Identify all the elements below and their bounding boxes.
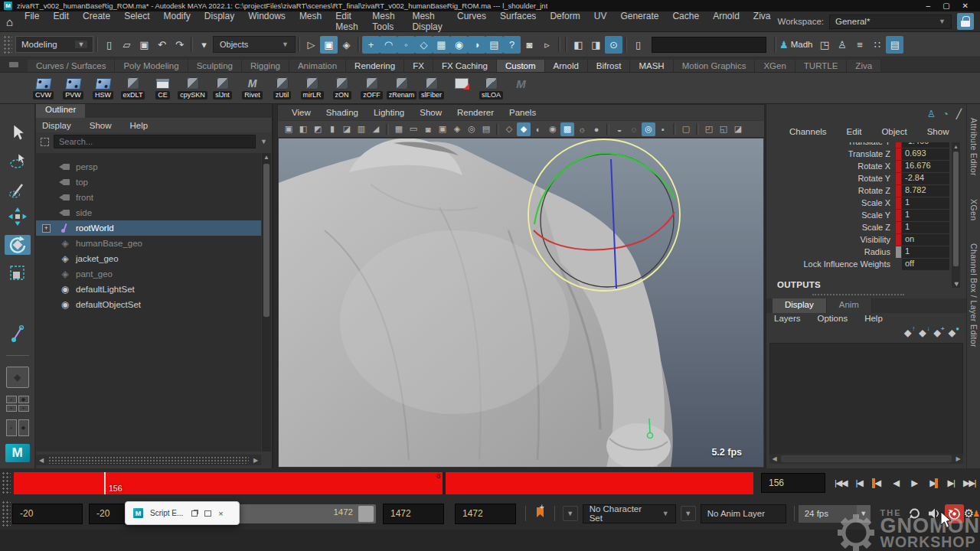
menu-item[interactable]: Cache bbox=[665, 11, 706, 32]
shelf-tab[interactable]: Ziva bbox=[847, 60, 881, 72]
layer-editor-tab[interactable]: Anim bbox=[827, 298, 872, 313]
highlight-selection-icon[interactable]: ▹ bbox=[538, 36, 556, 54]
channel-box-menu-item[interactable]: Object bbox=[881, 127, 906, 136]
shelf-button[interactable]: zON bbox=[328, 77, 356, 99]
save-scene-icon[interactable]: ▣ bbox=[136, 36, 153, 54]
shelf-tab[interactable]: Sculpting bbox=[188, 60, 242, 72]
greasepencil-icon[interactable]: ◢ bbox=[369, 122, 383, 136]
select-tool[interactable] bbox=[5, 122, 31, 143]
safe-action-icon[interactable]: ◎ bbox=[465, 122, 479, 136]
new-layer-from-selected-icon[interactable]: ◆● bbox=[949, 328, 956, 338]
open-scene-icon[interactable]: ▱ bbox=[118, 36, 136, 54]
gate-mask-icon[interactable]: ▣ bbox=[436, 122, 449, 136]
viewport-toolbar-icon[interactable] bbox=[696, 123, 699, 135]
pencil-curve-icon[interactable]: ◪ bbox=[731, 122, 745, 136]
anim-layer-select[interactable]: No Anim Layer bbox=[701, 504, 786, 523]
channel-value-field[interactable]: 1 bbox=[902, 246, 949, 258]
playback-end-field[interactable]: 1472 bbox=[383, 504, 444, 524]
channel-row[interactable]: Visibility on bbox=[766, 233, 949, 246]
defaultLightSet[interactable]: + ◉ defaultLightSet bbox=[36, 282, 261, 297]
outliner-vertical-scrollbar[interactable]: ▲ bbox=[262, 153, 271, 452]
menu-item[interactable]: Arnold bbox=[706, 11, 746, 32]
mute-audio-icon[interactable] bbox=[925, 504, 945, 523]
shelf-button[interactable]: zUtil bbox=[268, 77, 296, 99]
menu-item[interactable]: Generate bbox=[613, 11, 665, 32]
range-slider-handle[interactable] bbox=[358, 506, 374, 522]
channel-box-menu-item[interactable]: Channels bbox=[789, 127, 827, 136]
snap-grid-icon[interactable]: + bbox=[362, 36, 380, 54]
current-time-field[interactable]: 156 bbox=[761, 473, 825, 493]
panel-paste-icon[interactable]: ◱ bbox=[717, 122, 730, 136]
menu-item[interactable]: Deform bbox=[543, 11, 586, 32]
character-set-select[interactable]: No Character Set▼ bbox=[583, 504, 676, 523]
outliner-horizontal-scrollbar[interactable]: ◀ ▶ bbox=[36, 455, 261, 465]
shelf-button[interactable]: exDLT bbox=[119, 77, 147, 99]
outliner-tab[interactable]: Outliner bbox=[36, 104, 85, 118]
wireframe-on-shaded-icon[interactable]: ▩ bbox=[560, 122, 574, 136]
move-tool[interactable] bbox=[5, 207, 31, 227]
shelf-button[interactable]: slFiber bbox=[417, 77, 446, 99]
menu-item[interactable]: Ziva bbox=[746, 11, 778, 32]
toolbar-grip[interactable] bbox=[3, 35, 12, 54]
lock-camera-icon[interactable]: ◧ bbox=[296, 122, 310, 136]
menu-item[interactable]: Modify bbox=[156, 11, 197, 32]
shelf-button[interactable]: M bbox=[507, 77, 535, 99]
shelf-tab[interactable]: FX bbox=[404, 60, 433, 72]
menu-item[interactable]: File bbox=[18, 11, 46, 32]
shelf-tab[interactable]: FX Caching bbox=[433, 60, 497, 72]
move-layer-up-icon[interactable]: ◆↑ bbox=[904, 328, 911, 338]
filter-icon[interactable] bbox=[41, 138, 49, 146]
select-box-icon[interactable]: ▢ bbox=[679, 122, 693, 136]
input-connections-icon[interactable]: ◧ bbox=[570, 36, 587, 54]
redo-icon[interactable]: ↷ bbox=[171, 36, 188, 54]
channel-row[interactable]: Scale X 1 bbox=[766, 197, 949, 209]
shelf-tab[interactable]: XGen bbox=[755, 60, 795, 72]
play-forwards-button[interactable]: ▶ bbox=[905, 473, 923, 493]
layer-editor-menu-item[interactable]: Layers bbox=[774, 314, 801, 323]
outliner-menu-item[interactable]: Show bbox=[90, 121, 112, 130]
scroll-left-icon[interactable]: ◀ bbox=[36, 457, 47, 464]
menu-item[interactable]: Mesh Display bbox=[405, 11, 450, 32]
shelf-button[interactable]: cpySKN bbox=[178, 77, 207, 99]
safe-title-icon[interactable]: ▤ bbox=[479, 122, 493, 136]
status-icon[interactable] bbox=[565, 37, 567, 52]
shelf-button[interactable]: sILOA bbox=[477, 77, 505, 99]
channel-row[interactable]: Rotate X 16.676 bbox=[766, 160, 949, 172]
sidebar-vertical-tab[interactable]: XGen bbox=[969, 199, 978, 220]
shelf-tab[interactable]: Rendering bbox=[346, 60, 404, 72]
channel-value-field[interactable]: 16.676 bbox=[902, 161, 949, 172]
bookmark-view-icon[interactable]: ▮ bbox=[325, 122, 339, 136]
outliner-menu-item[interactable]: Display bbox=[42, 121, 71, 130]
close-button[interactable]: ✕ bbox=[962, 2, 969, 10]
add-bookmark-icon[interactable] bbox=[535, 506, 544, 521]
construction-history-icon[interactable]: ⊙ bbox=[605, 36, 622, 54]
scroll-up-icon[interactable]: ▲ bbox=[262, 153, 271, 162]
channel-value-field[interactable]: on bbox=[902, 234, 949, 246]
status-icon[interactable] bbox=[558, 37, 560, 52]
menu-item[interactable]: Windows bbox=[241, 11, 292, 32]
layer-editor-menu-item[interactable]: Help bbox=[864, 314, 883, 323]
channel-value-field[interactable]: 1 bbox=[902, 222, 949, 233]
viewport-panel[interactable]: ViewShadingLightingShowRendererPanels ▣◧… bbox=[277, 104, 765, 468]
shelf-button[interactable]: zOFF bbox=[358, 77, 386, 99]
sidebar-vertical-tab[interactable]: Attribute Editor bbox=[969, 118, 978, 176]
undo-icon[interactable]: ↶ bbox=[153, 36, 171, 54]
channel-box-menu-item[interactable]: Show bbox=[927, 127, 949, 136]
edit-pencil-icon[interactable]: ╱ bbox=[956, 109, 962, 119]
two-d-pan-zoom-icon[interactable]: ▥ bbox=[354, 122, 368, 136]
shelf-tab[interactable]: TURTLE bbox=[795, 60, 848, 72]
playback-loop-icon[interactable] bbox=[905, 504, 925, 523]
scroll-right-icon[interactable]: ▶ bbox=[250, 457, 261, 464]
menu-item[interactable]: Edit bbox=[46, 11, 76, 32]
status-icon[interactable] bbox=[298, 37, 300, 52]
shelf-button[interactable]: PVW bbox=[59, 77, 87, 99]
channel-row[interactable]: Rotate Z 8.782 bbox=[766, 184, 949, 197]
smooth-shade-icon[interactable]: ◆ bbox=[517, 122, 531, 136]
top[interactable]: + top bbox=[36, 174, 261, 190]
exposure-icon[interactable]: ▪ bbox=[656, 122, 670, 136]
defaultObjectSet[interactable]: + ◉ defaultObjectSet bbox=[36, 297, 261, 312]
workspace-select[interactable]: General* ▼ bbox=[829, 15, 952, 29]
shelf-button[interactable]: mirLR bbox=[298, 77, 326, 99]
shelf-collapse-button[interactable] bbox=[9, 62, 18, 67]
ik-handle-tool[interactable] bbox=[5, 324, 31, 344]
